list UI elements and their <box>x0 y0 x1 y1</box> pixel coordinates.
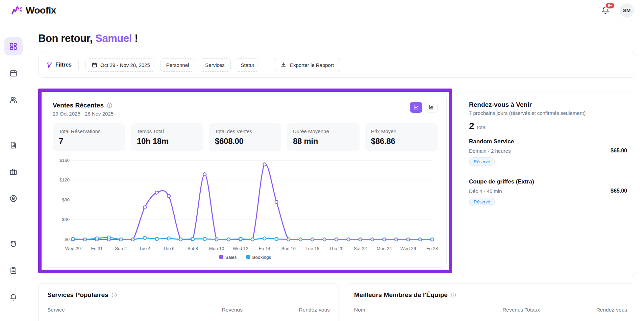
download-icon <box>280 62 287 68</box>
column-rendez-vous: Rendez-vous <box>540 307 627 313</box>
stat-temps-total: Temps Total 10h 18m <box>131 123 203 151</box>
sidebar-item-calendar[interactable] <box>4 64 23 82</box>
svg-text:Wed 26: Wed 26 <box>400 246 416 251</box>
legend-item-bookings[interactable]: Bookings <box>246 255 271 260</box>
chart-legend: SalesBookings <box>53 255 438 260</box>
sidebar-item-notifications[interactable] <box>4 288 23 306</box>
notifications-bell-icon <box>9 293 18 301</box>
svg-text:Tue 18: Tue 18 <box>305 246 319 251</box>
column-rendez-vous: Rendez-vous <box>243 307 330 313</box>
column-revenus-totaux: Revenus Totaux <box>493 307 540 313</box>
legend-item-sales[interactable]: Sales <box>219 255 237 260</box>
greeting-user-name: Samuel <box>95 32 132 44</box>
user-avatar[interactable]: SM <box>620 3 634 18</box>
top-team-title: Meilleurs Membres de l'Équipe <box>354 291 627 299</box>
bar-chart-toggle-button[interactable] <box>425 102 438 113</box>
popular-services-card: Services Populaires Service Revenus Rend… <box>38 283 339 321</box>
bar-chart-icon <box>428 104 434 110</box>
line-chart-toggle-button[interactable] <box>410 102 422 113</box>
info-icon[interactable] <box>107 103 112 108</box>
svg-text:Wed 12: Wed 12 <box>233 246 248 251</box>
stat-total-ventes: Total des Ventes $608.00 <box>209 123 281 151</box>
sidebar-item-pets[interactable] <box>4 234 23 253</box>
filters-label: Filtres <box>46 62 72 68</box>
services-filter[interactable]: Services <box>199 58 231 72</box>
appointment-name: Coupe de griffes (Extra) <box>469 178 627 185</box>
recent-sales-card: Ventes Récentes 29 Oct 2025 - 28 Nov 202… <box>44 94 447 268</box>
upcoming-subtitle: 7 prochains jours (réservés et confirmés… <box>469 110 627 116</box>
sidebar-item-forms[interactable] <box>4 261 23 279</box>
sidebar-item-dashboard[interactable] <box>4 37 23 55</box>
appointment-meta: Déc 4 · 45 min <box>469 188 502 194</box>
svg-text:Mon 24: Mon 24 <box>377 246 392 251</box>
page-greeting: Bon retour, Samuel ! <box>38 32 636 45</box>
appointment-list-item[interactable]: Random Service Demain · 2 heures $65.00 … <box>469 138 627 166</box>
svg-text:$40: $40 <box>62 217 69 222</box>
svg-text:Fri 31: Fri 31 <box>91 246 103 251</box>
sidebar-item-team[interactable] <box>4 91 23 109</box>
line-chart-icon <box>413 104 419 110</box>
svg-text:Sat 8: Sat 8 <box>188 246 198 251</box>
appointment-list-item[interactable]: Coupe de griffes (Extra) Déc 4 · 45 min … <box>469 178 627 206</box>
filter-bar: Filtres Oct 29 - Nov 28, 2025 Personnel … <box>38 52 636 78</box>
sidebar <box>0 21 27 321</box>
sales-line-chart: $0$40$80$120$160Wed 29Fri 31Sun 2Tue 4Th… <box>53 156 438 260</box>
highlight-overlay: Ventes Récentes 29 Oct 2025 - 28 Nov 202… <box>38 89 452 273</box>
divider <box>267 60 267 70</box>
svg-text:Mon 10: Mon 10 <box>209 246 224 251</box>
divider <box>78 60 79 70</box>
svg-text:$160: $160 <box>59 158 70 163</box>
notifications-bell-button[interactable]: 9+ <box>601 5 611 16</box>
info-icon[interactable] <box>451 292 456 298</box>
brand-logo[interactable]: Woofix <box>10 4 56 17</box>
date-range-filter[interactable]: Oct 29 - Nov 28, 2025 <box>85 58 156 72</box>
svg-text:Thu 20: Thu 20 <box>329 246 344 251</box>
personnel-filter[interactable]: Personnel <box>160 58 195 72</box>
top-bar: Woofix 9+ SM <box>0 0 644 21</box>
popular-services-title: Services Populaires <box>47 291 330 299</box>
export-report-button[interactable]: Exporter le Rapport <box>274 58 340 72</box>
calendar-icon <box>92 62 97 68</box>
svg-text:Sun 2: Sun 2 <box>115 246 127 251</box>
status-badge: Réservé <box>469 198 495 206</box>
upcoming-total-count: 2 <box>469 121 474 131</box>
column-service: Service <box>47 307 195 313</box>
main-content: Bon retour, Samuel ! Filtres Oct 29 - No… <box>27 21 644 321</box>
svg-text:Fri 28: Fri 28 <box>426 246 438 251</box>
top-team-members-card: Meilleurs Membres de l'Équipe Nom Revenu… <box>345 283 636 321</box>
appointment-meta: Demain · 2 heures <box>469 148 511 154</box>
svg-text:Fri 14: Fri 14 <box>259 246 271 251</box>
info-icon[interactable] <box>112 292 117 298</box>
appointment-price: $65.00 <box>611 148 627 154</box>
svg-text:Tue 4: Tue 4 <box>139 246 151 251</box>
statut-filter[interactable]: Statut <box>235 58 260 72</box>
svg-text:Sat 22: Sat 22 <box>354 246 367 251</box>
recent-sales-title: Ventes Récentes <box>53 102 114 109</box>
sales-report-icon <box>9 141 18 149</box>
top-team-table-header: Nom Revenus Totaux Rendez-vous <box>354 307 627 313</box>
divider <box>354 318 627 318</box>
status-badge: Réservé <box>469 157 495 166</box>
stat-total-reservations: Total Réservations 7 <box>53 123 125 151</box>
notification-count-badge: 9+ <box>605 2 615 9</box>
filter-funnel-icon <box>46 62 52 68</box>
sidebar-item-services[interactable] <box>4 163 23 181</box>
svg-text:$0: $0 <box>65 237 70 242</box>
divider <box>47 318 330 318</box>
stat-duree-moyenne: Durée Moyenne 88 min <box>287 123 360 151</box>
team-users-icon <box>9 96 18 104</box>
sidebar-item-sales-report[interactable] <box>4 136 23 154</box>
appointment-name: Random Service <box>469 138 627 145</box>
upcoming-total: 2total <box>469 121 627 131</box>
services-briefcase-icon <box>9 168 18 176</box>
upcoming-title: Rendez-vous à Venir <box>469 101 627 108</box>
column-revenus: Revenus <box>195 307 243 313</box>
svg-text:$80: $80 <box>62 197 69 202</box>
brand-name: Woofix <box>26 5 56 16</box>
svg-text:Wed 29: Wed 29 <box>65 246 81 251</box>
recent-sales-date-range: 29 Oct 2025 - 28 Nov 2025 <box>53 111 114 117</box>
stat-prix-moyen: Prix Moyen $86.86 <box>365 123 438 151</box>
sidebar-item-clients[interactable] <box>4 189 23 207</box>
chart-type-toggle <box>410 102 438 113</box>
column-nom: Nom <box>354 307 493 313</box>
